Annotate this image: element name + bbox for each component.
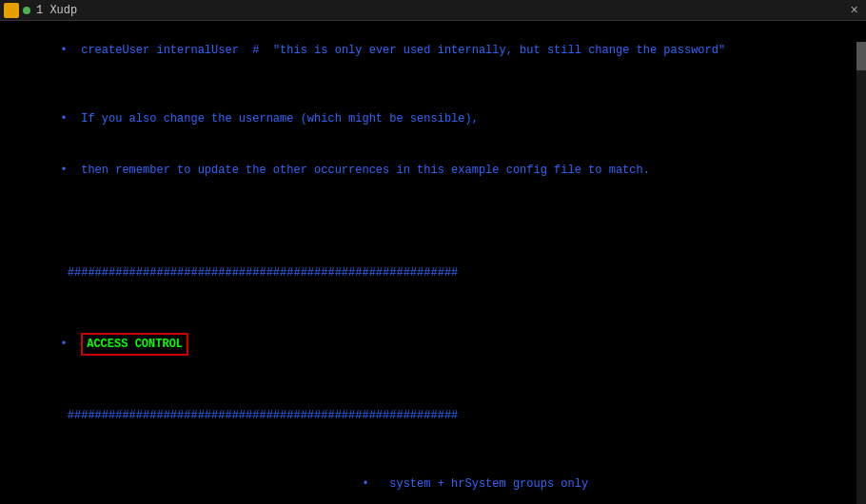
line-then-remember: • then remember to update the other occu…	[6, 145, 851, 196]
line-separator-1: ########################################…	[6, 247, 851, 299]
title-icon: ⚡	[4, 3, 19, 18]
line-separator-2: ########################################…	[6, 390, 851, 441]
access-control-badge: ACCESS CONTROL	[81, 333, 188, 356]
title-bar: ⚡ 1 Xudp ×	[0, 0, 866, 21]
line-createuser: • createUser internalUser # "this is onl…	[6, 25, 851, 76]
line-if-change: • If you also change the username (which…	[6, 93, 851, 145]
line-empty-6	[6, 373, 851, 390]
terminal-content[interactable]: • createUser internalUser # "this is onl…	[0, 21, 866, 504]
line-empty-4	[6, 230, 851, 247]
terminal-window: ⚡ 1 Xudp × • createUser internalUser # "…	[0, 0, 866, 504]
line-empty-2	[6, 196, 851, 213]
close-button[interactable]: ×	[847, 3, 862, 18]
line-empty-7	[6, 441, 851, 458]
window-title: 1 Xudp	[36, 4, 847, 17]
line-empty-5	[6, 299, 851, 316]
status-dot	[23, 7, 30, 14]
scrollbar-track[interactable]	[856, 42, 866, 504]
line-system-groups: • system + hrSystem groups only	[6, 458, 851, 504]
line-empty-3	[6, 213, 851, 230]
line-access-control: • ACCESS CONTROL	[6, 316, 851, 373]
line-empty-1	[6, 76, 851, 93]
scrollbar-thumb[interactable]	[856, 42, 866, 70]
